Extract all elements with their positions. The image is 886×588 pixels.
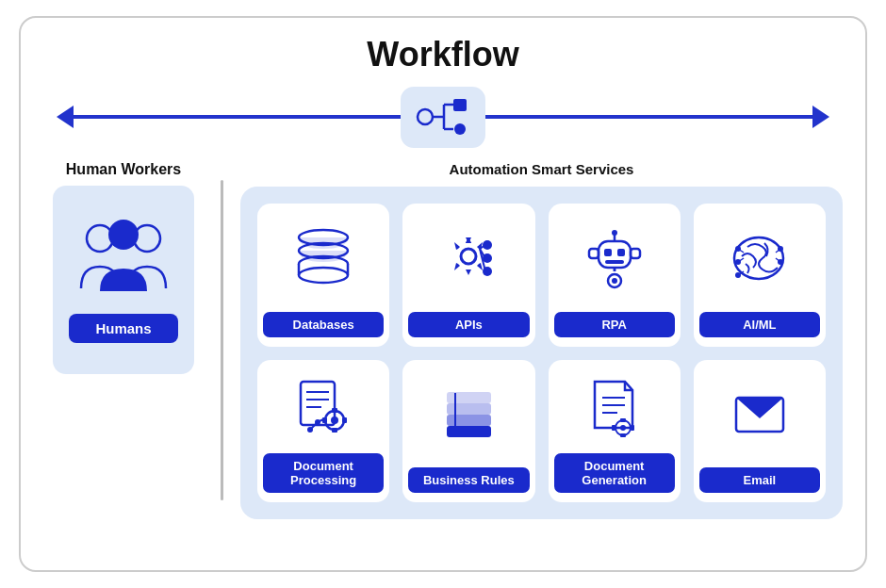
svg-point-73 — [620, 425, 626, 431]
svg-rect-74 — [620, 418, 626, 422]
svg-rect-4 — [453, 99, 467, 111]
automation-grid: Databases — [240, 187, 843, 519]
databases-label: Databases — [263, 312, 384, 337]
automation-title: Automation Smart Services — [240, 161, 843, 177]
svg-point-55 — [331, 416, 338, 424]
main-row: Human Workers Humans — [43, 161, 843, 519]
svg-rect-28 — [604, 249, 612, 256]
svg-rect-65 — [448, 404, 490, 414]
svg-point-36 — [612, 278, 617, 284]
human-section: Human Workers Humans — [43, 161, 204, 519]
aiml-icon — [699, 213, 820, 304]
svg-point-7 — [454, 123, 466, 135]
arrow-left-icon — [57, 106, 74, 128]
svg-point-0 — [418, 109, 433, 124]
apis-label: APIs — [408, 312, 529, 337]
main-container: Workflow — [19, 16, 867, 572]
section-divider — [221, 180, 223, 500]
svg-marker-79 — [736, 398, 783, 418]
svg-rect-66 — [448, 416, 490, 425]
automation-section: Automation Smart Services — [240, 161, 843, 519]
service-card-document-processing: Document Processing — [257, 360, 389, 503]
document-generation-label: Document Generation — [554, 453, 675, 493]
business-rules-icon — [408, 369, 529, 461]
service-card-business-rules: Business Rules — [402, 360, 534, 503]
svg-rect-64 — [448, 393, 490, 402]
human-card: Humans — [53, 186, 194, 374]
business-rules-label: Business Rules — [408, 467, 529, 493]
document-generation-icon — [554, 369, 675, 447]
aiml-label: AI/ML — [699, 312, 820, 337]
svg-rect-57 — [332, 428, 337, 433]
service-card-email: Email — [694, 360, 826, 503]
svg-rect-34 — [631, 249, 640, 258]
rpa-label: RPA — [554, 312, 675, 337]
humans-icon — [72, 218, 175, 302]
human-section-title: Human Workers — [66, 161, 181, 178]
service-card-rpa: RPA — [549, 204, 681, 347]
arrow-right-icon — [812, 106, 829, 128]
svg-point-20 — [461, 249, 476, 264]
svg-rect-30 — [605, 260, 624, 264]
svg-rect-33 — [589, 249, 599, 258]
databases-icon — [263, 213, 384, 304]
workflow-icon — [416, 93, 470, 140]
service-card-databases: Databases — [257, 204, 389, 347]
service-card-document-generation: Document Generation — [549, 360, 681, 503]
svg-rect-67 — [448, 427, 490, 436]
document-processing-label: Document Processing — [263, 453, 384, 493]
service-card-aiml: AI/ML — [694, 204, 826, 347]
svg-rect-75 — [620, 433, 626, 437]
apis-icon — [408, 213, 529, 304]
email-icon — [699, 369, 820, 461]
document-processing-icon — [263, 369, 384, 447]
svg-point-10 — [108, 220, 139, 250]
workflow-icon-box — [401, 87, 485, 148]
svg-rect-56 — [332, 408, 337, 413]
svg-rect-29 — [617, 249, 625, 256]
arrow-row — [43, 84, 843, 150]
svg-rect-59 — [342, 417, 347, 423]
svg-point-32 — [612, 230, 617, 236]
humans-label: Humans — [69, 314, 177, 343]
service-card-apis: APIs — [402, 204, 534, 347]
svg-rect-50 — [301, 382, 335, 425]
page-title: Workflow — [43, 35, 843, 74]
svg-rect-77 — [631, 425, 634, 431]
email-label: Email — [699, 467, 820, 493]
svg-rect-76 — [612, 425, 615, 431]
rpa-icon — [554, 213, 675, 304]
